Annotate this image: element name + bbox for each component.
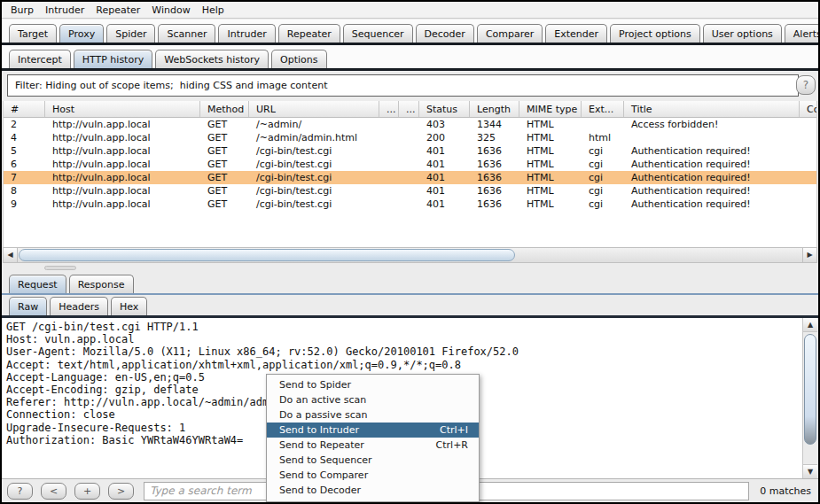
column-header-length[interactable]: Length [470, 101, 519, 117]
search-next-button[interactable]: > [108, 483, 134, 500]
tab-raw[interactable]: Raw [9, 297, 47, 315]
menu-item-label: Send to Comparer [279, 468, 368, 483]
tab-intruder[interactable]: Intruder [218, 24, 275, 43]
column-header-item[interactable]: # [4, 101, 45, 117]
table-row[interactable]: 9http://vuln.app.localGET/cgi-bin/test.c… [4, 198, 816, 211]
column-header-method[interactable]: Method [200, 101, 249, 117]
table-row[interactable]: 8http://vuln.app.localGET/cgi-bin/test.c… [4, 184, 816, 198]
tab-comparer[interactable]: Comparer [477, 24, 543, 43]
message-editor-tab-bar: RequestResponse [2, 272, 818, 295]
cell-mime-type: HTML [519, 118, 582, 131]
table-horizontal-scrollbar[interactable]: ◀ ▶ [3, 247, 817, 263]
cell-item: 9 [4, 198, 45, 211]
table-row[interactable]: 2http://vuln.app.localGET/~admin/4031344… [4, 118, 816, 131]
column-header-mime-type[interactable]: MIME type [519, 101, 582, 117]
menu-item-do-a-passive-scan[interactable]: Do a passive scan [267, 407, 479, 423]
cell-item [379, 118, 399, 131]
column-header-item[interactable]: ... [379, 101, 399, 117]
cell-url: /cgi-bin/test.cgi [249, 171, 379, 184]
cell-item [399, 158, 419, 171]
table-row[interactable]: 6http://vuln.app.localGET/cgi-bin/test.c… [4, 158, 816, 171]
column-header-item[interactable]: ... [399, 101, 419, 117]
cell-length: 1636 [470, 144, 519, 158]
tab-user-options[interactable]: User options [703, 24, 782, 43]
cell-title: Authentication required! [624, 158, 800, 171]
menu-window[interactable]: Window [152, 4, 190, 16]
tab-target[interactable]: Target [9, 24, 57, 43]
cell-ext: cgi [582, 198, 624, 211]
cell-item [399, 144, 419, 158]
menu-intruder[interactable]: Intruder [45, 4, 84, 16]
cell-method: GET [200, 198, 249, 211]
column-header-co[interactable]: Co [800, 101, 816, 117]
tab-request[interactable]: Request [9, 275, 66, 293]
tab-response[interactable]: Response [69, 275, 134, 293]
menu-item-send-to-decoder[interactable]: Send to Decoder [267, 483, 479, 498]
table-row[interactable]: 4http://vuln.app.localGET/~admin/admin.h… [4, 131, 816, 144]
scroll-up-arrow-icon[interactable]: ▲ [803, 318, 817, 332]
cell-length: 1636 [470, 171, 519, 184]
tab-project-options[interactable]: Project options [610, 24, 700, 43]
vertical-scroll-thumb[interactable] [804, 334, 816, 445]
tab-spider[interactable]: Spider [106, 24, 155, 43]
column-header-host[interactable]: Host [45, 101, 200, 117]
cell-item: 2 [4, 118, 45, 131]
search-add-button[interactable]: + [74, 483, 100, 500]
cell-ext: cgi [582, 171, 624, 184]
menu-item-send-to-intruder[interactable]: Send to IntruderCtrl+I [267, 423, 479, 438]
scroll-down-arrow-icon[interactable]: ▼ [803, 464, 817, 478]
horizontal-scroll-thumb[interactable] [19, 249, 515, 261]
tab-proxy[interactable]: Proxy [59, 24, 104, 43]
tab-extender[interactable]: Extender [545, 24, 607, 43]
filter-bar[interactable]: Filter: Hiding out of scope items; hidin… [7, 74, 799, 97]
tab-options[interactable]: Options [271, 50, 326, 68]
cell-url: /~admin/admin.html [249, 131, 379, 144]
tab-hex[interactable]: Hex [111, 297, 147, 315]
cell-co [800, 118, 816, 131]
column-header-url[interactable]: URL [249, 101, 379, 117]
table-row[interactable]: 5http://vuln.app.localGET/cgi-bin/test.c… [4, 144, 816, 158]
search-previous-button[interactable]: < [41, 483, 66, 500]
tab-websockets-history[interactable]: WebSockets history [155, 50, 269, 68]
proxy-tab-bar: InterceptHTTP historyWebSockets historyO… [2, 45, 818, 71]
filter-help-button[interactable]: ? [796, 75, 816, 95]
menu-help[interactable]: Help [202, 4, 224, 16]
cell-title: Access forbidden! [624, 118, 800, 131]
splitter-handle-icon[interactable] [44, 266, 76, 270]
column-header-status[interactable]: Status [419, 101, 470, 117]
tab-repeater[interactable]: Repeater [278, 24, 340, 43]
tab-intercept[interactable]: Intercept [9, 50, 71, 68]
tab-scanner[interactable]: Scanner [158, 24, 215, 43]
menu-item-show-response-in-browser[interactable]: Show response in browser [267, 498, 479, 502]
tab-decoder[interactable]: Decoder [416, 24, 474, 43]
menu-item-do-an-active-scan[interactable]: Do an active scan [267, 392, 479, 407]
tab-http-history[interactable]: HTTP history [74, 50, 152, 68]
search-help-button[interactable]: ? [7, 483, 33, 500]
table-row[interactable]: 7http://vuln.app.localGET/cgi-bin/test.c… [4, 171, 816, 184]
cell-url: /cgi-bin/test.cgi [249, 158, 379, 171]
menu-repeater[interactable]: Repeater [96, 4, 140, 16]
panel-splitter[interactable] [2, 263, 818, 272]
cell-url: /cgi-bin/test.cgi [249, 184, 379, 198]
column-header-ext[interactable]: Ext... [582, 101, 624, 117]
scroll-left-arrow-icon[interactable]: ◀ [4, 248, 18, 262]
tab-headers[interactable]: Headers [50, 297, 108, 315]
menu-item-send-to-spider[interactable]: Send to Spider [267, 377, 479, 392]
cell-method: GET [200, 118, 249, 131]
tab-alerts[interactable]: Alerts [785, 24, 820, 43]
cell-co [800, 131, 816, 144]
column-header-title[interactable]: Title [624, 101, 800, 117]
cell-item: 4 [4, 131, 45, 144]
tab-sequencer[interactable]: Sequencer [343, 24, 413, 43]
menu-item-send-to-sequencer[interactable]: Send to Sequencer [267, 453, 479, 468]
http-history-table: #HostMethodURL......StatusLengthMIME typ… [3, 101, 817, 247]
menu-burp[interactable]: Burp [11, 4, 34, 16]
editor-vertical-scrollbar[interactable]: ▲ ▼ [802, 318, 817, 478]
menu-item-send-to-repeater[interactable]: Send to RepeaterCtrl+R [267, 438, 479, 453]
scroll-right-arrow-icon[interactable]: ▶ [802, 248, 816, 262]
menu-item-send-to-comparer[interactable]: Send to Comparer [267, 468, 479, 483]
menu-item-shortcut: Ctrl+I [440, 423, 468, 438]
cell-host: http://vuln.app.local [45, 158, 200, 171]
cell-url: /cgi-bin/test.cgi [249, 144, 379, 158]
cell-title: Authentication required! [624, 184, 800, 198]
